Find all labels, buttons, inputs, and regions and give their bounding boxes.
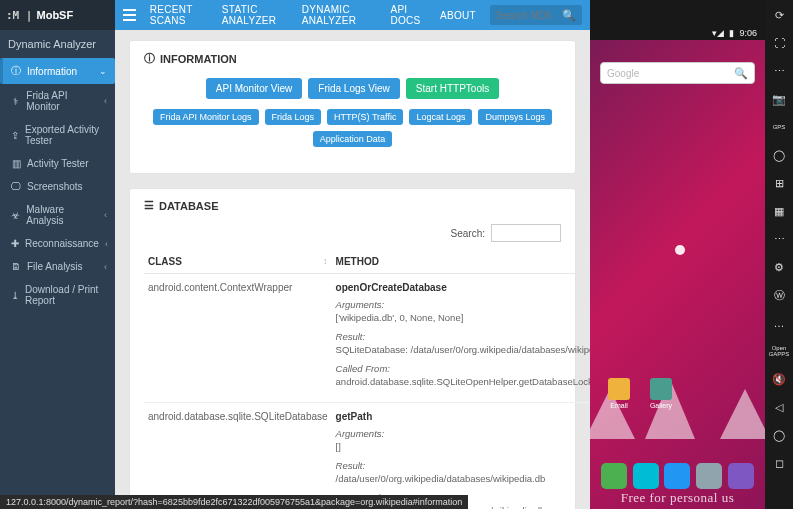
watermark: Free for personal us	[590, 490, 765, 509]
sidebar-item-download-report[interactable]: ⤓Download / Print Report	[0, 278, 115, 312]
api-monitor-view-button[interactable]: API Monitor View	[206, 78, 303, 99]
wifi-icon: ▾◢	[712, 28, 724, 38]
frida-logs-button[interactable]: Frida Logs	[265, 109, 322, 125]
search-icon[interactable]: 🔍	[562, 9, 576, 22]
search-icon: 🔍	[734, 67, 748, 80]
menu-toggle-icon[interactable]	[123, 6, 136, 24]
sidebar-item-activity-tester[interactable]: ▥Activity Tester	[0, 152, 115, 175]
chevron-left-icon: ‹	[105, 239, 108, 249]
called-from-value: android.database.sqlite.SQLiteOpenHelper…	[336, 376, 590, 389]
opengapps-icon[interactable]: OpenGAPPS	[770, 342, 788, 360]
sidebar-item-label: Download / Print Report	[25, 284, 107, 306]
sort-icon: ↕	[323, 256, 328, 266]
sidebar-item-screenshots[interactable]: 🖵Screenshots	[0, 175, 115, 198]
nav-about[interactable]: ABOUT	[440, 10, 476, 21]
status-bar: 127.0.0.1:8000/dynamic_report/?hash=6825…	[0, 495, 468, 509]
google-search-widget[interactable]: Google 🔍	[600, 62, 755, 84]
cell-class: android.database.sqlite.SQLiteDatabase	[144, 403, 332, 509]
sidebar-item-file-analysis[interactable]: 🗎File Analysis‹	[0, 255, 115, 278]
emulator-toolbar: ⟳ ⛶ ⋯ 📷 GPS ◯ ⊞ ▦ ⋯ ⚙ ⓦ … OpenGAPPS 🔇 ◁ …	[765, 0, 793, 509]
phone-home-screen[interactable]: Google 🔍 Email Gallery Free for personal…	[590, 40, 765, 509]
arguments-value: ['wikipedia.db', 0, None, None]	[336, 312, 590, 325]
malware-icon: ☣	[11, 210, 20, 221]
brand-logo: :M |	[6, 9, 33, 22]
more-icon[interactable]: ⋯	[770, 62, 788, 80]
table-row: android.content.ContextWrapper openOrCre…	[144, 274, 590, 403]
https-traffic-button[interactable]: HTTP(S) Traffic	[327, 109, 403, 125]
result-value: /data/user/0/org.wikipedia/databases/wik…	[336, 473, 590, 486]
application-data-button[interactable]: Application Data	[313, 131, 393, 147]
activity-icon: ▥	[11, 158, 21, 169]
dock-messages[interactable]	[664, 463, 690, 489]
recon-icon: ✚	[11, 238, 19, 249]
record-icon[interactable]: ◯	[770, 146, 788, 164]
sidebar-item-label: Frida API Monitor	[26, 90, 98, 112]
sidebar-item-label: Screenshots	[27, 181, 83, 192]
called-from-label: Called From:	[336, 363, 590, 374]
home-button[interactable]: ◯	[770, 426, 788, 444]
sidebar-item-label: Information	[27, 66, 77, 77]
cell-class: android.content.ContextWrapper	[144, 274, 332, 403]
back-button[interactable]: ◁	[770, 398, 788, 416]
sidebar-item-label: Malware Analysis	[26, 204, 98, 226]
card-title: ⓘINFORMATION	[144, 51, 561, 66]
nav-static-analyzer[interactable]: STATIC ANALYZER	[222, 4, 288, 26]
info-icon: ⓘ	[144, 51, 155, 66]
device-screen: ▾◢ ▮ 9:06 Google 🔍 Email Gallery Free fo…	[590, 0, 765, 509]
apps-icon[interactable]: ▦	[770, 202, 788, 220]
fullscreen-icon[interactable]: ⛶	[770, 34, 788, 52]
table-row: android.database.sqlite.SQLiteDatabase g…	[144, 403, 590, 509]
logcat-logs-button[interactable]: Logcat Logs	[409, 109, 472, 125]
rotate-icon[interactable]: ⟳	[770, 6, 788, 24]
dock-phone[interactable]	[601, 463, 627, 489]
sidebar-item-frida-api-monitor[interactable]: ⚕Frida API Monitor‹	[0, 84, 115, 118]
settings-icon[interactable]: ⚙	[770, 258, 788, 276]
dumpsys-logs-button[interactable]: Dumpsys Logs	[478, 109, 552, 125]
dock-camera[interactable]	[696, 463, 722, 489]
recent-button[interactable]: ◻	[770, 454, 788, 472]
frida-logs-view-button[interactable]: Frida Logs View	[308, 78, 400, 99]
grid-icon[interactable]: ⊞	[770, 174, 788, 192]
col-method[interactable]: METHOD↕	[332, 250, 590, 274]
frida-api-monitor-logs-button[interactable]: Frida API Monitor Logs	[153, 109, 259, 125]
primary-buttons: API Monitor View Frida Logs View Start H…	[144, 78, 561, 99]
information-card: ⓘINFORMATION API Monitor View Frida Logs…	[129, 40, 576, 174]
info-icon: ⓘ	[11, 64, 21, 78]
wifi-icon[interactable]: ⓦ	[770, 286, 788, 304]
overflow-icon[interactable]: ⋯	[770, 230, 788, 248]
arguments-label: Arguments:	[336, 428, 590, 439]
app-gallery[interactable]: Gallery	[647, 378, 675, 409]
camera-icon[interactable]: 📷	[770, 90, 788, 108]
table-search-input[interactable]	[491, 224, 561, 242]
database-card: ☰DATABASE Search: CLASS↕ METHOD↕ android…	[129, 188, 576, 509]
dock-browser[interactable]	[728, 463, 754, 489]
arguments-value: []	[336, 441, 590, 454]
sidebar-item-information[interactable]: ⓘInformation⌄	[0, 58, 115, 84]
chevron-left-icon: ‹	[104, 96, 107, 106]
chat-icon[interactable]: …	[770, 314, 788, 332]
phone-dock	[590, 463, 765, 489]
method-name: openOrCreateDatabase	[336, 282, 590, 293]
volume-icon[interactable]: 🔇	[770, 370, 788, 388]
database-icon: ☰	[144, 199, 154, 212]
nav-api-docs[interactable]: API DOCS	[390, 4, 426, 26]
breadcrumb: Dynamic Analyzer	[0, 30, 115, 58]
sidebar-item-label: Activity Tester	[27, 158, 89, 169]
start-httptools-button[interactable]: Start HTTPTools	[406, 78, 499, 99]
nav-dynamic-analyzer[interactable]: DYNAMIC ANALYZER	[302, 4, 377, 26]
nav-recent-scans[interactable]: RECENT SCANS	[150, 4, 208, 26]
search-box[interactable]: 🔍	[490, 5, 582, 25]
dock-contacts[interactable]	[633, 463, 659, 489]
col-class[interactable]: CLASS↕	[144, 250, 332, 274]
app-email[interactable]: Email	[605, 378, 633, 409]
search-label: Search:	[451, 228, 485, 239]
sidebar-item-reconnaissance[interactable]: ✚Reconnaissance‹	[0, 232, 115, 255]
result-value: SQLiteDatabase: /data/user/0/org.wikiped…	[336, 344, 590, 357]
gps-icon[interactable]: GPS	[770, 118, 788, 136]
search-input[interactable]	[496, 10, 556, 21]
sidebar-item-exported-activity-tester[interactable]: ⇪Exported Activity Tester	[0, 118, 115, 152]
sidebar-item-label: Reconnaissance	[25, 238, 99, 249]
phone-status-bar: ▾◢ ▮ 9:06	[590, 0, 765, 40]
sidebar-item-malware-analysis[interactable]: ☣Malware Analysis‹	[0, 198, 115, 232]
file-icon: 🗎	[11, 261, 21, 272]
